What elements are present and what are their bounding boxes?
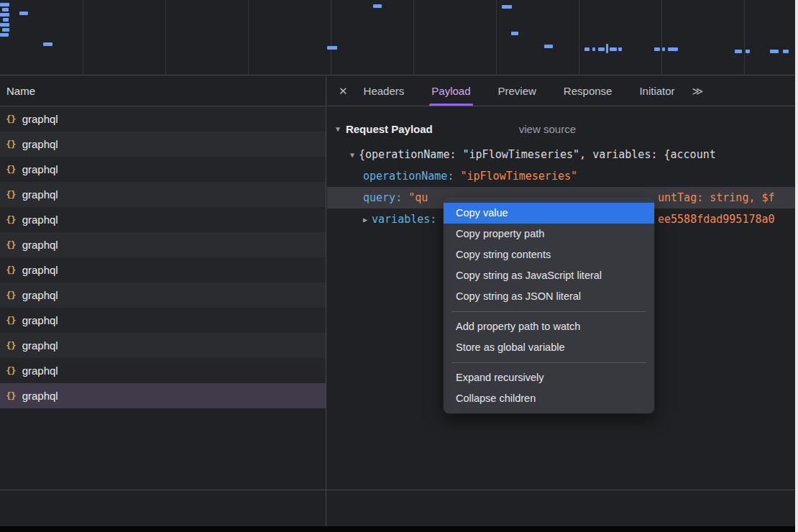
waterfall-bar [2,8,9,12]
waterfall-bar [43,42,52,46]
menu-item-add-property-path-to-watch[interactable]: Add property path to watch [444,316,654,337]
waterfall-bar [618,47,622,51]
menu-separator [451,311,646,312]
tab-headers[interactable]: Headers [364,76,405,106]
waterfall-bar [19,12,28,15]
property-value-continued: ee5588fdad995178a0 [658,208,775,230]
footer-separator [0,490,795,490]
network-overview[interactable] [0,0,795,75]
table-row[interactable]: {}graphql [0,308,326,333]
menu-item-copy-property-path[interactable]: Copy property path [444,224,654,244]
object-preview: {operationName: "ipFlowTimeseries", vari… [359,148,716,161]
request-name: graphql [22,339,58,352]
expander-open-icon[interactable]: ▼ [350,151,354,159]
menu-item-expand-recursively[interactable]: Expand recursively [444,367,654,388]
property-value: "qu [408,191,428,204]
waterfall-bar [0,3,9,6]
menu-item-copy-string-as-javascript-literal[interactable]: Copy string as JavaScript literal [444,265,654,286]
json-braces-icon: {} [6,290,16,301]
overview-gridline [83,0,83,75]
waterfall-bar [2,28,9,32]
request-name: graphql [22,289,58,301]
tree-row-root[interactable]: ▼{operationName: "ipFlowTimeseries", var… [327,144,798,165]
view-source-link[interactable]: view source [519,123,576,135]
section-title: Request Payload [346,123,433,135]
json-braces-icon: {} [6,390,16,401]
waterfall-bar [584,47,590,51]
menu-item-copy-string-contents[interactable]: Copy string contents [444,244,654,265]
overview-gridline [413,0,414,75]
waterfall-bar [606,44,608,53]
table-row[interactable]: {}graphql [0,182,326,207]
table-row[interactable]: {}graphql [0,106,326,132]
json-braces-icon: {} [6,365,16,376]
tab-response[interactable]: Response [564,76,613,106]
menu-item-collapse-children[interactable]: Collapse children [444,388,654,409]
waterfall-bar [783,50,789,53]
request-name: graphql [22,239,58,251]
table-row[interactable]: {}graphql [0,358,326,383]
menu-item-store-as-global-variable[interactable]: Store as global variable [444,337,654,358]
table-row[interactable]: {}graphql [0,257,326,283]
more-tabs-icon[interactable]: ≫ [692,85,704,98]
detail-tabs: HeadersPayloadPreviewResponseInitiator [364,76,675,106]
overview-gridline [496,0,497,75]
waterfall-bar [327,46,337,50]
menu-item-copy-string-as-json-literal[interactable]: Copy string as JSON literal [444,286,654,307]
json-braces-icon: {} [6,114,16,124]
overview-gridline [744,0,745,75]
waterfall-bar [654,47,660,51]
detail-tabbar: ✕ HeadersPayloadPreviewResponseInitiator… [327,76,798,106]
request-name: graphql [22,264,58,276]
json-braces-icon: {} [6,265,16,275]
tab-preview[interactable]: Preview [498,76,536,106]
request-name: graphql [22,364,58,377]
close-icon[interactable]: ✕ [339,85,348,98]
column-header-label: Name [6,85,35,97]
request-name: graphql [22,113,58,125]
column-header-name[interactable]: Name [0,76,326,106]
property-value: "ipFlowTimeseries" [460,170,577,183]
waterfall-bar [544,45,553,48]
waterfall-bar [373,4,382,8]
request-name: graphql [22,390,58,402]
table-row[interactable]: {}graphql [0,232,326,257]
waterfall-bar [610,47,617,51]
request-name: graphql [22,188,58,201]
request-name: graphql [22,138,58,150]
json-braces-icon: {} [6,340,16,351]
table-row[interactable]: {}graphql [0,207,326,232]
tab-payload[interactable]: Payload [431,76,470,106]
waterfall-bar [592,47,595,51]
table-row[interactable]: {}graphql [0,333,326,358]
waterfall-bar [598,47,605,51]
waterfall-bar [0,13,9,17]
tab-initiator[interactable]: Initiator [639,76,674,106]
overview-gridline [331,0,331,75]
waterfall-bar [770,50,779,53]
context-menu: Copy valueCopy property pathCopy string … [444,198,654,413]
table-row[interactable]: {}graphql [0,157,326,182]
menu-item-copy-value[interactable]: Copy value [444,203,654,224]
expander-closed-icon[interactable]: ▶ [363,216,367,224]
overview-gridline [661,0,662,75]
tree-row-operation-name[interactable]: operationName: "ipFlowTimeseries" [327,165,798,187]
request-name: graphql [22,163,58,175]
property-key: variables: [372,213,436,226]
request-name: graphql [22,314,58,326]
table-row[interactable]: {}graphql [0,283,326,308]
table-row[interactable]: {}graphql [0,383,326,408]
overview-gridline [579,0,579,75]
expander-open-icon[interactable]: ▼ [334,125,341,133]
property-value-continued: untTag: string, $f [658,187,775,208]
json-braces-icon: {} [6,239,16,250]
json-braces-icon: {} [6,214,16,225]
json-braces-icon: {} [6,315,16,326]
json-braces-icon: {} [6,139,16,150]
waterfall-bar [502,5,512,9]
json-braces-icon: {} [6,189,16,200]
waterfall-bar [3,18,9,22]
waterfall-bar [662,47,665,51]
request-payload-header: ▼ Request Payload view source [327,118,798,139]
table-row[interactable]: {}graphql [0,132,326,157]
